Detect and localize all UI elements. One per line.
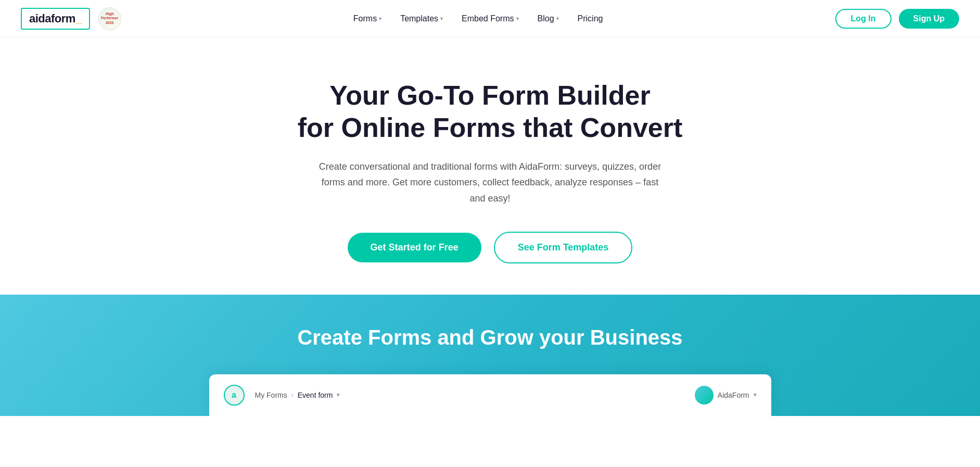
navbar-nav: Forms ▾ Templates ▾ Embed Forms ▾ Blog ▾… — [353, 14, 603, 23]
see-templates-button[interactable]: See Form Templates — [494, 232, 633, 263]
high-performer-badge: High Performer 2023 — [98, 7, 121, 30]
hero-subtitle: Create conversational and traditional fo… — [313, 159, 667, 207]
user-label: AidaForm — [718, 391, 749, 399]
logo-underscore: _ — [75, 12, 82, 25]
app-user-info: AidaForm ▾ — [695, 386, 757, 405]
chevron-down-icon: ▾ — [440, 16, 443, 21]
get-started-button[interactable]: Get Started for Free — [348, 233, 481, 262]
user-avatar — [695, 386, 714, 405]
bottom-banner-title: Create Forms and Grow your Business — [209, 326, 771, 349]
app-preview: a My Forms › Event form ▾ AidaForm ▾ — [209, 374, 771, 416]
hero-title: Your Go-To Form Builder for Online Forms… — [298, 79, 683, 144]
navbar-left: aidaform_ High Performer 2023 — [21, 7, 121, 30]
navbar: aidaform_ High Performer 2023 Forms ▾ Te… — [0, 0, 980, 37]
user-dropdown-icon[interactable]: ▾ — [754, 392, 757, 398]
avatar: a — [224, 385, 245, 406]
nav-item-embed-forms[interactable]: Embed Forms ▾ — [462, 14, 518, 23]
bottom-banner-inner: Create Forms and Grow your Business a My… — [188, 295, 792, 416]
bottom-banner: Create Forms and Grow your Business a My… — [0, 295, 980, 416]
signup-button[interactable]: Sign Up — [899, 9, 959, 29]
nav-item-pricing[interactable]: Pricing — [578, 14, 603, 23]
navbar-actions: Log In Sign Up — [835, 9, 959, 29]
logo-text: aidaform_ — [29, 12, 82, 25]
breadcrumb: My Forms › Event form ▾ — [255, 391, 340, 399]
breadcrumb-home[interactable]: My Forms — [255, 391, 287, 399]
nav-item-templates[interactable]: Templates ▾ — [400, 14, 443, 23]
nav-item-forms[interactable]: Forms ▾ — [353, 14, 381, 23]
breadcrumb-dropdown-icon[interactable]: ▾ — [337, 392, 340, 398]
logo[interactable]: aidaform_ — [21, 8, 90, 30]
login-button[interactable]: Log In — [835, 9, 892, 29]
hero-buttons: Get Started for Free See Form Templates — [348, 232, 633, 263]
breadcrumb-current: Event form — [298, 391, 333, 399]
chevron-down-icon: ▾ — [516, 16, 519, 21]
hero-section: Your Go-To Form Builder for Online Forms… — [0, 37, 980, 295]
chevron-down-icon: ▾ — [379, 16, 381, 21]
chevron-down-icon: ▾ — [556, 16, 559, 21]
nav-item-blog[interactable]: Blog ▾ — [538, 14, 559, 23]
breadcrumb-separator: › — [291, 392, 294, 399]
